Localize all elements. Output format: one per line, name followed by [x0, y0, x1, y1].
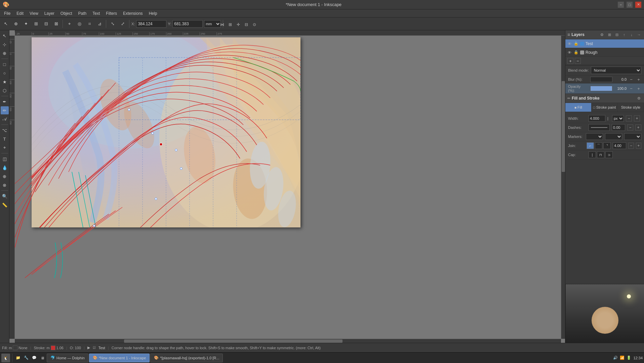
toolbar-btn-12[interactable]: ⤢ — [118, 20, 127, 28]
maximize-button[interactable]: □ — [627, 2, 633, 8]
tool-eraser[interactable]: ⊗ — [1, 181, 9, 189]
toolbar-btn-8[interactable]: ◎ — [75, 20, 84, 28]
fill-tab-stroke-style[interactable]: Stroke style — [618, 103, 644, 112]
canvas-viewport[interactable] — [15, 36, 561, 339]
tool-pen[interactable]: ✒ — [1, 98, 9, 106]
scrollbar-horizontal[interactable] — [15, 339, 561, 343]
tool-text[interactable]: T — [1, 135, 9, 143]
width-input[interactable] — [589, 115, 605, 122]
join-round-btn[interactable]: ⌒ — [595, 142, 602, 149]
toolbar-btn-10[interactable]: ⊿ — [95, 20, 104, 28]
blur-plus-btn[interactable]: + — [636, 77, 641, 82]
x-input[interactable] — [136, 20, 166, 28]
start-button[interactable]: 🐧 — [1, 354, 10, 362]
layer-eye-rough[interactable]: 👁 — [567, 50, 572, 55]
marker-mid-select[interactable]: Arrow — [605, 133, 622, 140]
tool-rect[interactable]: □ — [1, 60, 9, 68]
layers-remove-btn[interactable]: − — [575, 58, 581, 64]
layers-btn-6[interactable]: → — [636, 32, 642, 38]
toolbar-btn-5[interactable]: ⊟ — [42, 20, 50, 28]
toolbar-btn-6[interactable]: ⊠ — [52, 20, 61, 28]
cap-round-btn[interactable]: ⊃ — [605, 151, 613, 158]
tool-calligraphy[interactable]: 𝒜 — [1, 115, 9, 123]
width-unit-select[interactable]: px mm pt — [612, 115, 624, 122]
tool-measure[interactable]: 📏 — [1, 201, 9, 209]
join-plus-btn[interactable]: + — [636, 143, 641, 149]
layer-lock-test[interactable]: 🔒 — [573, 41, 579, 46]
tool-spray[interactable]: ⊕ — [1, 172, 9, 180]
layers-add-btn[interactable]: + — [567, 58, 573, 64]
tool-dropper[interactable]: 💧 — [1, 164, 9, 172]
blend-mode-select[interactable]: Normal Multiply Screen Overlay — [591, 67, 641, 74]
tray-icon-4[interactable]: 🖥 — [39, 354, 46, 362]
tool-node[interactable]: ⊹ — [1, 40, 9, 48]
tool-gradient[interactable]: ◫ — [1, 155, 9, 163]
opacity-bar[interactable] — [590, 86, 612, 91]
fill-tab-stroke-paint[interactable]: □ Stroke paint — [592, 103, 618, 112]
tool-pencil[interactable]: ✏ — [1, 106, 9, 114]
layers-btn-5[interactable]: ↓ — [629, 32, 635, 38]
toolbar-btn-11[interactable]: ⤡ — [108, 20, 117, 28]
toolbar-select-btn[interactable]: ↖ — [1, 20, 10, 28]
menu-edit[interactable]: Edit — [14, 10, 26, 16]
tray-icon-2[interactable]: 🔧 — [23, 354, 30, 362]
marker-end-select[interactable]: Arrow — [624, 133, 641, 140]
snap-btn-4[interactable]: ⊟ — [243, 21, 250, 28]
toolbar-btn-2[interactable]: ⊕ — [11, 20, 20, 28]
fill-tab-fill[interactable]: ■ Fill — [565, 103, 592, 112]
dashes-minus-btn[interactable]: − — [627, 124, 633, 131]
y-input[interactable] — [172, 20, 203, 28]
dashes-plus-btn[interactable]: + — [635, 124, 641, 131]
tool-3d[interactable]: ⬡ — [1, 86, 9, 95]
cap-square-btn[interactable]: ⊓ — [597, 151, 604, 158]
menu-filters[interactable]: Filters — [103, 10, 120, 16]
dashes-value-input[interactable] — [612, 124, 625, 131]
taskbar-inkscape[interactable]: 🎨 *New document 1 - Inkscape — [89, 354, 150, 362]
toolbar-btn-3[interactable]: ✦ — [22, 20, 30, 28]
toolbar-btn-9[interactable]: ⌗ — [85, 20, 94, 28]
scrollbar-thumb-horizontal[interactable] — [124, 339, 343, 343]
tool-circle[interactable]: ○ — [1, 69, 9, 77]
snap-btn-3[interactable]: ✛ — [235, 21, 242, 28]
taskbar-plasma[interactable]: 🎨 *[plasmawall-hq] (exported)-1.0 [R... — [150, 354, 223, 362]
snap-btn-5[interactable]: ⊙ — [251, 21, 258, 28]
tool-selector[interactable]: ↖ — [1, 32, 9, 40]
dash-preview[interactable] — [589, 124, 610, 131]
tool-search[interactable]: 🔍 — [1, 192, 9, 200]
canvas-area[interactable]: -25 0 25 50 75 100 125 150 175 200 225 2… — [9, 30, 565, 343]
tool-zoom[interactable]: ⊕ — [1, 49, 9, 57]
layer-row-rough[interactable]: 👁 🔒 Rough — [565, 48, 644, 57]
menu-path[interactable]: Path — [76, 10, 89, 16]
scrollbar-thumb-vertical[interactable] — [562, 81, 565, 172]
layers-btn-3[interactable]: ⊟ — [614, 32, 620, 38]
join-miter-btn[interactable]: ⌐ — [587, 142, 594, 149]
blur-bar[interactable] — [590, 77, 612, 82]
toolbar-btn-7[interactable]: ⌖ — [65, 20, 74, 28]
menu-object[interactable]: Object — [58, 10, 75, 16]
layers-options-btn[interactable]: ⚙ — [599, 32, 605, 38]
tray-icon-3[interactable]: 💬 — [31, 354, 38, 362]
tray-icon-1[interactable]: 📁 — [14, 354, 22, 362]
layer-row-test[interactable]: 👁 🔒 Test — [565, 39, 644, 48]
snap-btn-1[interactable]: ⋈ — [218, 21, 226, 28]
close-button[interactable]: ✕ — [635, 2, 641, 8]
menu-view[interactable]: View — [27, 10, 41, 16]
width-minus-btn[interactable]: − — [626, 115, 632, 121]
layer-eye-test[interactable]: 👁 — [567, 42, 572, 46]
join-bevel-btn[interactable]: ⌝ — [603, 142, 611, 149]
taskbar-dolphin[interactable]: 🐬 Home — Dolphin — [47, 354, 88, 362]
opacity-minus-btn[interactable]: − — [629, 86, 634, 91]
marker-start-select[interactable]: Arrow — [586, 133, 603, 140]
layers-add-layer-btn[interactable]: ⊞ — [606, 32, 612, 38]
minimize-button[interactable]: − — [618, 2, 624, 8]
layers-btn-4[interactable]: ↑ — [621, 32, 627, 38]
menu-help[interactable]: Help — [146, 10, 160, 16]
snap-btn-2[interactable]: ⊞ — [227, 21, 234, 28]
opacity-plus-btn[interactable]: + — [636, 86, 641, 91]
menu-layer[interactable]: Layer — [42, 10, 57, 16]
menu-text[interactable]: Text — [90, 10, 103, 16]
join-minus-btn[interactable]: − — [628, 143, 634, 149]
tool-star[interactable]: ★ — [1, 78, 9, 86]
toolbar-btn-4[interactable]: ⊞ — [32, 20, 40, 28]
blur-minus-btn[interactable]: − — [629, 77, 634, 82]
